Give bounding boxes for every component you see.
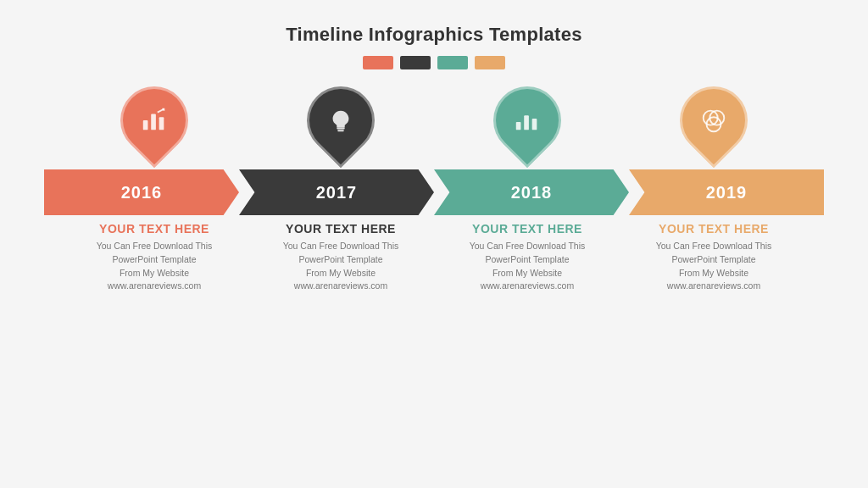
arrow-2017: 2017 <box>239 169 434 215</box>
bar-chart-icon <box>140 106 169 135</box>
text-col-2017: YOUR TEXT HERE You Can Free Download Thi… <box>256 222 426 293</box>
arrow-chevron-2019: 2019 <box>629 169 824 215</box>
legend-swatch-4 <box>475 56 505 69</box>
svg-rect-4 <box>337 130 344 131</box>
text-col-2019: YOUR TEXT HERE You Can Free Download Thi… <box>629 222 798 293</box>
svg-rect-3 <box>337 128 344 130</box>
heading-2016: YOUR TEXT HERE <box>99 222 209 236</box>
svg-rect-0 <box>143 120 148 130</box>
text-col-2016: YOUR TEXT HERE You Can Free Download Thi… <box>70 222 239 293</box>
body-2018: You Can Free Download This PowerPoint Te… <box>470 240 586 293</box>
pin-2019 <box>629 86 798 168</box>
pin-icon-2017 <box>326 106 355 135</box>
page-title: Timeline Infographics Templates <box>286 24 582 46</box>
heading-2017: YOUR TEXT HERE <box>286 222 396 236</box>
pin-shape-2016 <box>120 86 188 166</box>
arrow-year-2018: 2018 <box>511 183 553 202</box>
svg-rect-1 <box>151 114 156 130</box>
timeline-section: 2016 2017 2018 2019 YOUR TEXT HERE You C… <box>0 86 868 293</box>
circles-icon <box>699 106 728 135</box>
heading-2018: YOUR TEXT HERE <box>472 222 582 236</box>
arrow-chevron-2017: 2017 <box>239 169 434 215</box>
arrow-year-2016: 2016 <box>121 183 163 202</box>
arrow-2019: 2019 <box>629 169 824 215</box>
svg-rect-5 <box>516 122 521 130</box>
arrow-2018: 2018 <box>434 169 629 215</box>
pin-circle-2017 <box>292 72 388 168</box>
svg-rect-2 <box>159 117 164 130</box>
legend-swatch-1 <box>363 56 393 69</box>
pin-circle-2016 <box>106 72 202 168</box>
legend-swatch-3 <box>437 56 468 69</box>
arrows-row: 2016 2017 2018 2019 <box>44 169 824 215</box>
body-2017: You Can Free Download This PowerPoint Te… <box>283 240 399 293</box>
legend-swatch-2 <box>400 56 431 69</box>
pin-shape-2017 <box>307 86 375 166</box>
pin-shape-2018 <box>493 86 561 166</box>
bar-chart2-icon <box>513 106 542 135</box>
arrow-chevron-2016: 2016 <box>44 169 239 215</box>
pin-2017 <box>256 86 426 168</box>
heading-2019: YOUR TEXT HERE <box>659 222 769 236</box>
pins-row <box>61 86 807 168</box>
arrow-year-2019: 2019 <box>706 183 748 202</box>
pin-2016 <box>70 86 239 168</box>
pin-2018 <box>442 86 612 168</box>
arrow-year-2017: 2017 <box>316 183 358 202</box>
pin-icon-2018 <box>513 106 542 135</box>
pin-icon-2019 <box>699 106 728 135</box>
svg-rect-7 <box>532 119 537 130</box>
pin-shape-2019 <box>680 86 748 166</box>
arrow-2016: 2016 <box>44 169 239 215</box>
pin-circle-2018 <box>479 72 575 168</box>
pin-icon-2016 <box>140 106 169 135</box>
legend <box>363 56 505 69</box>
arrow-chevron-2018: 2018 <box>434 169 629 215</box>
body-2019: You Can Free Download This PowerPoint Te… <box>656 240 772 293</box>
text-col-2018: YOUR TEXT HERE You Can Free Download Thi… <box>442 222 612 293</box>
body-2016: You Can Free Download This PowerPoint Te… <box>97 240 213 293</box>
pin-circle-2019 <box>665 72 761 168</box>
svg-rect-6 <box>524 115 529 130</box>
lightbulb-icon <box>326 106 355 135</box>
text-row: YOUR TEXT HERE You Can Free Download Thi… <box>61 222 807 293</box>
